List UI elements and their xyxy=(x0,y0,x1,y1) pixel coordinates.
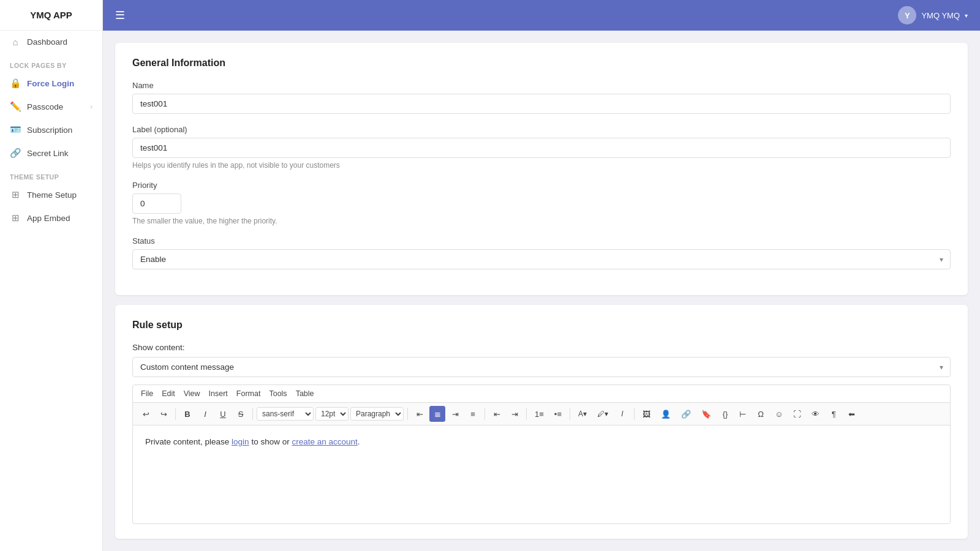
label-hint: Helps you identify rules in the app, not… xyxy=(132,161,951,170)
redo-button[interactable]: ↪ xyxy=(156,406,172,422)
undo-button[interactable]: ↩ xyxy=(138,406,154,422)
sidebar-item-secret-link[interactable]: 🔗 Secret Link xyxy=(0,141,102,165)
sidebar-item-app-embed-label: App Embed xyxy=(27,214,70,223)
topbar: ☰ Y YMQ YMQ ▾ xyxy=(103,0,980,31)
editor-menu-edit[interactable]: Edit xyxy=(159,388,178,400)
editor-text-end: . xyxy=(358,437,360,446)
italic-button[interactable]: I xyxy=(197,406,213,422)
main-content: ☰ Y YMQ YMQ ▾ General Information Name L… xyxy=(103,0,980,551)
menu-toggle-button[interactable]: ☰ xyxy=(115,9,125,22)
toolbar-sep-5 xyxy=(526,408,527,420)
avatar: Y xyxy=(898,6,916,24)
priority-field-group: Priority The smaller the value, the high… xyxy=(132,181,951,225)
status-field-group: Status Enable Disable ▾ xyxy=(132,236,951,269)
toolbar-sep-2 xyxy=(252,408,253,420)
editor-menu-format[interactable]: Format xyxy=(233,388,264,400)
preview-button[interactable]: 👁 xyxy=(807,406,824,422)
label-input[interactable] xyxy=(132,138,951,158)
label-field-group: Label (optional) Helps you identify rule… xyxy=(132,125,951,170)
rule-setup-title: Rule setup xyxy=(132,320,951,331)
align-center-button[interactable]: ≣ xyxy=(429,406,445,422)
sidebar-item-passcode[interactable]: ✏️ Passcode › xyxy=(0,95,102,118)
show-content-select[interactable]: Custom content message Default message xyxy=(132,357,951,377)
theme-setup-section-label: THEME SETUP xyxy=(0,165,102,183)
paragraph-style-select[interactable]: Paragraph Heading 1 Heading 2 xyxy=(350,407,404,421)
chevron-right-icon: › xyxy=(90,103,92,110)
editor-content-area[interactable]: Private content, please login to show or… xyxy=(133,425,950,523)
font-size-select[interactable]: 12pt 14pt 16pt xyxy=(315,407,349,421)
link-button[interactable]: 🔗 xyxy=(677,406,695,422)
toolbar-sep-3 xyxy=(407,408,408,420)
sidebar-item-force-login[interactable]: 🔒 Force Login xyxy=(0,72,102,95)
general-info-card: General Information Name Label (optional… xyxy=(115,43,968,295)
editor-text-middle: to show or xyxy=(249,437,292,446)
highlight-button[interactable]: 🖊▾ xyxy=(593,406,612,422)
editor-create-account-link[interactable]: create an account xyxy=(292,437,357,446)
sidebar-item-subscription[interactable]: 🪪 Subscription xyxy=(0,118,102,141)
hr-button[interactable]: ⊢ xyxy=(735,406,751,422)
toolbar-sep-7 xyxy=(634,408,635,420)
status-select[interactable]: Enable Disable xyxy=(132,249,951,269)
priority-input[interactable] xyxy=(132,193,181,214)
italic2-button[interactable]: I xyxy=(614,406,630,422)
name-field-group: Name xyxy=(132,81,951,114)
home-icon: ⌂ xyxy=(10,37,21,47)
editor-menu-insert[interactable]: Insert xyxy=(206,388,231,400)
person-button[interactable]: 👤 xyxy=(657,406,675,422)
bold-button[interactable]: B xyxy=(179,406,195,422)
fullscreen-button[interactable]: ⛶ xyxy=(789,406,805,422)
editor-menu-file[interactable]: File xyxy=(138,388,156,400)
code-button[interactable]: {} xyxy=(717,406,733,422)
lock-pages-section-label: LOCK PAGES BY xyxy=(0,53,102,72)
chevron-down-icon: ▾ xyxy=(965,12,968,19)
bookmark-button[interactable]: 🔖 xyxy=(697,406,715,422)
image-button[interactable]: 🖼 xyxy=(638,406,655,422)
align-left-button[interactable]: ⇤ xyxy=(412,406,428,422)
sidebar-item-subscription-label: Subscription xyxy=(27,126,72,135)
name-input[interactable] xyxy=(132,94,951,114)
sidebar-item-theme-setup-label: Theme Setup xyxy=(27,190,77,200)
sidebar-item-dashboard[interactable]: ⌂ Dashboard xyxy=(0,31,102,53)
sidebar-item-passcode-label: Passcode xyxy=(27,102,63,111)
status-label: Status xyxy=(132,236,951,246)
sidebar-item-theme-setup[interactable]: ⊞ Theme Setup xyxy=(0,183,102,206)
ordered-list-button[interactable]: 1≡ xyxy=(530,406,548,422)
indent-button[interactable]: ⇥ xyxy=(507,406,522,422)
editor-text-before: Private content, please xyxy=(145,437,232,446)
align-right-button[interactable]: ⇥ xyxy=(447,406,463,422)
toolbar-sep-4 xyxy=(484,408,485,420)
rtl-button[interactable]: ⬅ xyxy=(843,406,859,422)
embed-icon: ⊞ xyxy=(10,212,21,223)
editor-format-toolbar: ↩ ↪ B I U S sans-serif serif monospace xyxy=(133,403,950,425)
user-menu[interactable]: Y YMQ YMQ ▾ xyxy=(898,6,968,24)
show-content-label: Show content: xyxy=(132,343,951,352)
outdent-button[interactable]: ⇤ xyxy=(489,406,505,422)
name-label: Name xyxy=(132,81,951,90)
show-blocks-button[interactable]: ¶ xyxy=(826,406,842,422)
toolbar-sep-1 xyxy=(175,408,176,420)
subscription-icon: 🪪 xyxy=(10,124,21,135)
editor-menu-tools[interactable]: Tools xyxy=(266,388,290,400)
editor-menu-view[interactable]: View xyxy=(181,388,203,400)
label-label: Label (optional) xyxy=(132,125,951,134)
align-justify-button[interactable]: ≡ xyxy=(465,406,481,422)
page-content: General Information Name Label (optional… xyxy=(103,31,980,551)
omega-button[interactable]: Ω xyxy=(753,406,769,422)
priority-label: Priority xyxy=(132,181,951,190)
unordered-list-button[interactable]: •≡ xyxy=(550,406,566,422)
underline-button[interactable]: U xyxy=(215,406,231,422)
emoji-button[interactable]: ☺ xyxy=(771,406,787,422)
priority-hint: The smaller the value, the higher the pr… xyxy=(132,217,951,225)
theme-icon: ⊞ xyxy=(10,189,21,200)
font-family-select[interactable]: sans-serif serif monospace xyxy=(257,407,314,421)
general-info-title: General Information xyxy=(132,58,951,69)
editor-menu-table[interactable]: Table xyxy=(293,388,317,400)
status-select-wrapper: Enable Disable ▾ xyxy=(132,249,951,269)
lock-icon: 🔒 xyxy=(10,78,21,89)
passcode-icon: ✏️ xyxy=(10,101,21,112)
toolbar-sep-6 xyxy=(570,408,570,420)
sidebar-item-app-embed[interactable]: ⊞ App Embed xyxy=(0,206,102,230)
strikethrough-button[interactable]: S xyxy=(233,406,249,422)
font-color-button[interactable]: A▾ xyxy=(574,406,591,422)
editor-login-link[interactable]: login xyxy=(232,437,249,446)
